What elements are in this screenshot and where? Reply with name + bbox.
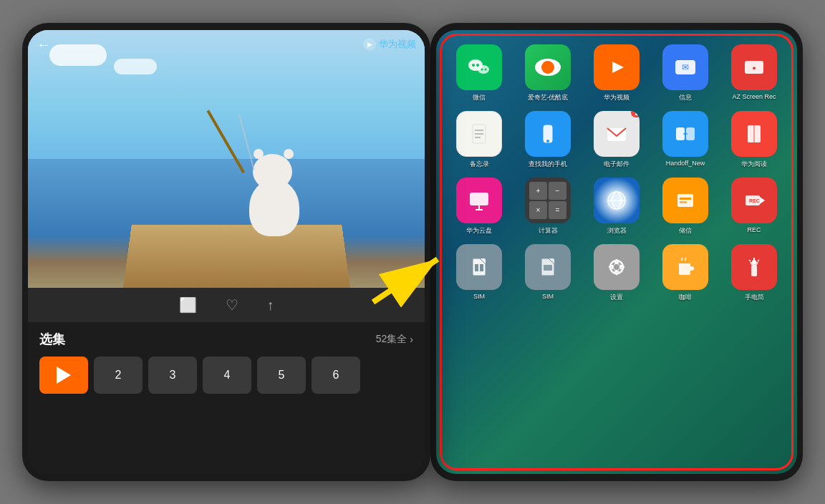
app-settings[interactable]: 设置 [585, 244, 648, 302]
episode-5-button[interactable]: 5 [257, 357, 306, 394]
storage-label: 储信 [679, 226, 692, 236]
svg-point-5 [478, 65, 489, 74]
app-grid: 微信 爱奇艺-优酷底 华为视频 [436, 30, 797, 309]
app-mail[interactable]: 2 电子邮件 [585, 111, 648, 169]
svg-marker-8 [612, 62, 624, 73]
episode-4-button[interactable]: 4 [203, 357, 251, 394]
iqiyi-label: 爱奇艺-优酷底 [528, 93, 569, 102]
settings-icon [594, 244, 640, 290]
app-iqiyi[interactable]: 爱奇艺-优酷底 [516, 44, 579, 102]
svg-text:✉: ✉ [682, 62, 689, 72]
video-top-bar: ← ▶ 华为视频 [28, 30, 425, 59]
huawei-video-logo: ▶ 华为视频 [363, 38, 416, 51]
phone-left-screen: ← ▶ 华为视频 ⬜ ♡ ↑ 选集 [28, 30, 425, 474]
scene: ← ▶ 华为视频 ⬜ ♡ ↑ 选集 [0, 0, 825, 504]
messages-icon: ✉ [662, 44, 708, 90]
app-coffee[interactable]: 咖啡 [654, 244, 717, 302]
brand-label: 华为视频 [379, 38, 416, 51]
svg-marker-34 [760, 197, 765, 204]
sim1-icon [456, 244, 502, 290]
episode-grid: 2 3 4 5 6 [39, 357, 413, 394]
share-icon[interactable]: ↑ [267, 297, 274, 314]
back-arrow-icon[interactable]: ← [37, 37, 51, 53]
app-sim1[interactable]: SIM [448, 244, 511, 302]
browser-label: 浏览器 [607, 226, 627, 236]
settings-label: 设置 [610, 293, 623, 302]
svg-line-50 [749, 260, 751, 261]
app-calculator[interactable]: + − × = 计算器 [516, 178, 579, 236]
presenter-label: 华为云盘 [466, 226, 492, 236]
az-screen-label: AZ Screen Rec [732, 93, 776, 100]
notes-label: 备忘录 [470, 160, 489, 169]
app-flashlight[interactable]: 手电筒 [723, 244, 786, 302]
play-icon: ▶ [363, 38, 376, 51]
app-storage[interactable]: 储信 [654, 178, 717, 236]
app-huawei-video[interactable]: 华为视频 [585, 44, 648, 102]
app-huawei-read[interactable]: 华为阅读 [723, 111, 786, 169]
huawei-video-label: 华为视频 [604, 93, 629, 102]
rec-label: REC [747, 226, 761, 233]
svg-rect-36 [473, 258, 486, 276]
app-rec[interactable]: REC REC [723, 178, 786, 236]
mail-badge: 2 [631, 111, 640, 117]
svg-point-6 [481, 69, 483, 71]
huawei-read-label: 华为阅读 [741, 160, 767, 169]
app-messages[interactable]: ✉ 信息 [654, 44, 717, 102]
svg-text:●: ● [752, 64, 756, 72]
svg-point-48 [752, 260, 756, 264]
svg-point-3 [472, 64, 475, 67]
svg-line-51 [758, 260, 759, 261]
wechat-label: 微信 [473, 93, 486, 102]
svg-point-4 [476, 64, 479, 67]
handoff-label: Handoff_New [666, 160, 705, 167]
episode-2-button[interactable]: 2 [94, 357, 143, 394]
svg-rect-32 [680, 201, 687, 203]
app-find-phone[interactable]: 查找我的手机 [516, 111, 579, 169]
sim2-icon [525, 244, 571, 290]
calculator-label: 计算器 [539, 226, 558, 236]
episode-1-button[interactable] [39, 357, 88, 394]
huawei-read-icon [731, 111, 777, 157]
phones-container: ← ▶ 华为视频 ⬜ ♡ ↑ 选集 [22, 23, 803, 481]
episode-6-button[interactable]: 6 [312, 357, 360, 394]
svg-rect-37 [475, 264, 478, 271]
cloud2 [114, 59, 157, 74]
svg-rect-46 [751, 265, 757, 276]
app-browser[interactable]: 浏览器 [585, 178, 648, 236]
episode-count[interactable]: 52集全 › [376, 333, 413, 346]
svg-rect-30 [677, 194, 693, 207]
episode-3-button[interactable]: 3 [148, 357, 197, 394]
handoff-icon [662, 111, 708, 157]
app-handoff[interactable]: Handoff_New [654, 111, 717, 169]
browser-icon [594, 178, 640, 223]
az-screen-icon: ● [731, 44, 777, 90]
bookmark-icon[interactable]: ⬜ [179, 296, 197, 314]
phone-right: 微信 爱奇艺-优酷底 华为视频 [430, 23, 803, 481]
notes-icon [456, 111, 502, 157]
video-area: ← ▶ 华为视频 [28, 30, 425, 288]
bear-body [249, 179, 299, 236]
svg-rect-24 [470, 193, 488, 205]
mail-label: 电子邮件 [604, 160, 629, 169]
app-sim2[interactable]: SIM [516, 244, 579, 302]
coffee-icon [662, 244, 708, 290]
heart-icon[interactable]: ♡ [226, 296, 238, 314]
phone-right-screen: 微信 爱奇艺-优酷底 华为视频 [436, 30, 797, 474]
phone-left: ← ▶ 华为视频 ⬜ ♡ ↑ 选集 [22, 23, 430, 481]
mail-icon: 2 [594, 111, 640, 157]
calculator-icon: + − × = [525, 178, 571, 223]
app-az-screen[interactable]: ● AZ Screen Rec [723, 44, 786, 102]
app-notes[interactable]: 备忘录 [448, 111, 511, 169]
wechat-icon [456, 44, 502, 90]
svg-point-18 [546, 140, 549, 142]
app-wechat[interactable]: 微信 [448, 44, 511, 102]
rec-icon: REC [731, 178, 777, 223]
episode-title: 选集 [39, 331, 65, 348]
svg-rect-41 [544, 265, 552, 271]
svg-point-7 [485, 69, 487, 71]
app-presenter[interactable]: 华为云盘 [448, 178, 511, 236]
svg-rect-38 [480, 264, 483, 271]
find-phone-icon [525, 111, 571, 157]
huawei-video-icon [594, 44, 640, 90]
video-controls: ⬜ ♡ ↑ [28, 288, 425, 322]
